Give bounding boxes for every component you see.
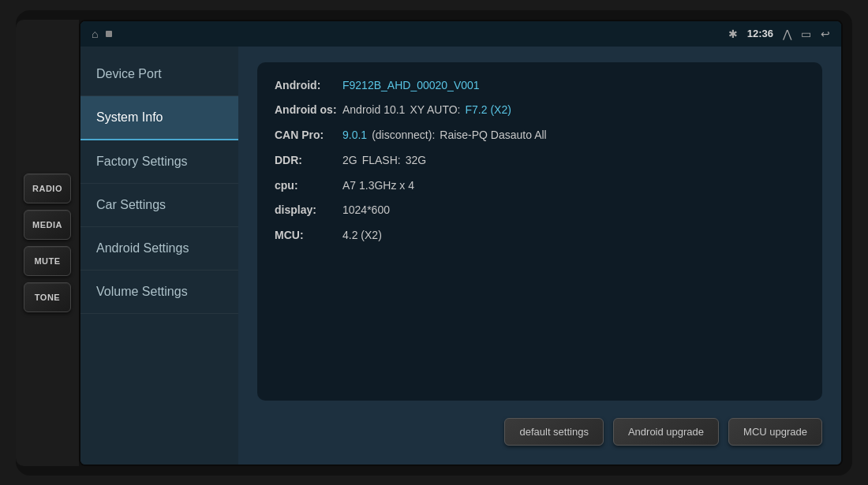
info-row: display:1024*600 [275,201,805,220]
default-settings-btn[interactable]: default settings [504,418,603,446]
info-label: cpu: [275,177,338,196]
info-row: MCU:4.2 (X2) [275,226,805,245]
info-row: DDR:2G FLASH: 32G [275,151,805,170]
android-upgrade-btn[interactable]: Android upgrade [613,418,719,446]
info-value: 32G [406,151,426,170]
radio-btn[interactable]: RADIO [24,173,71,203]
info-panel: Android:F9212B_AHD_00020_V001Android os:… [238,47,841,464]
status-bar: ⌂ ✱ 12:36 ⋀ ▭ ↩ [80,21,841,47]
mute-btn[interactable]: MUTE [24,246,71,276]
info-label: MCU: [275,226,338,245]
main-content: Device PortSystem InfoFactory SettingsCa… [80,47,841,464]
info-value: A7 1.3GHz x 4 [342,177,414,196]
sidebar: Device PortSystem InfoFactory SettingsCa… [80,47,238,464]
sidebar-item-android-settings[interactable]: Android Settings [80,227,238,270]
info-row: Android os:Android 10.1 XY AUTO:F7.2 (X2… [275,101,805,120]
info-value: Raise-PQ Dasauto All [440,126,546,145]
info-value: 2G [342,151,357,170]
info-value: 4.2 (X2) [342,226,382,245]
info-value: Android 10.1 [342,101,405,120]
device-frame: RADIOMEDIAMUTETONE ⌂ ✱ 12:36 ⋀ ▭ ↩ Devic… [16,10,852,476]
bluetooth-icon: ✱ [728,28,738,40]
sidebar-item-volume-settings[interactable]: Volume Settings [80,270,238,314]
info-label: CAN Pro: [275,126,338,145]
info-label: display: [275,201,338,220]
info-value: XY AUTO: [410,101,460,120]
status-time: 12:36 [747,28,773,39]
window-icon: ▭ [801,28,811,40]
media-btn[interactable]: MEDIA [24,210,71,240]
info-label: DDR: [275,151,338,170]
info-label: Android: [275,76,338,95]
status-dot [106,31,112,37]
screen: ⌂ ✱ 12:36 ⋀ ▭ ↩ Device PortSystem InfoFa… [79,20,843,466]
info-row: cpu:A7 1.3GHz x 4 [275,177,805,196]
info-value: F9212B_AHD_00020_V001 [342,76,480,95]
system-info-card: Android:F9212B_AHD_00020_V001Android os:… [257,62,822,401]
info-value: (disconnect): [372,126,435,145]
expand-icon: ⋀ [783,28,791,40]
back-icon[interactable]: ↩ [821,28,830,40]
physical-button-panel: RADIOMEDIAMUTETONE [16,20,79,466]
tone-btn[interactable]: TONE [24,282,71,312]
info-row: Android:F9212B_AHD_00020_V001 [275,76,805,95]
sidebar-item-car-settings[interactable]: Car Settings [80,184,238,227]
info-row: CAN Pro:9.0.1 (disconnect): Raise-PQ Das… [275,126,805,145]
info-value: 1024*600 [342,201,390,220]
home-icon[interactable]: ⌂ [92,28,98,40]
sidebar-item-device-port[interactable]: Device Port [80,53,238,96]
sidebar-item-factory-settings[interactable]: Factory Settings [80,140,238,184]
mcu-upgrade-btn[interactable]: MCU upgrade [728,418,822,446]
sidebar-item-system-info[interactable]: System Info [80,96,238,140]
info-label: Android os: [275,101,338,120]
status-right: ✱ 12:36 ⋀ ▭ ↩ [728,28,830,40]
bottom-buttons: default settingsAndroid upgradeMCU upgra… [257,410,822,449]
info-value: FLASH: [362,151,401,170]
info-value: 9.0.1 [342,126,367,145]
info-value: F7.2 (X2) [465,101,511,120]
status-left: ⌂ [92,28,112,40]
